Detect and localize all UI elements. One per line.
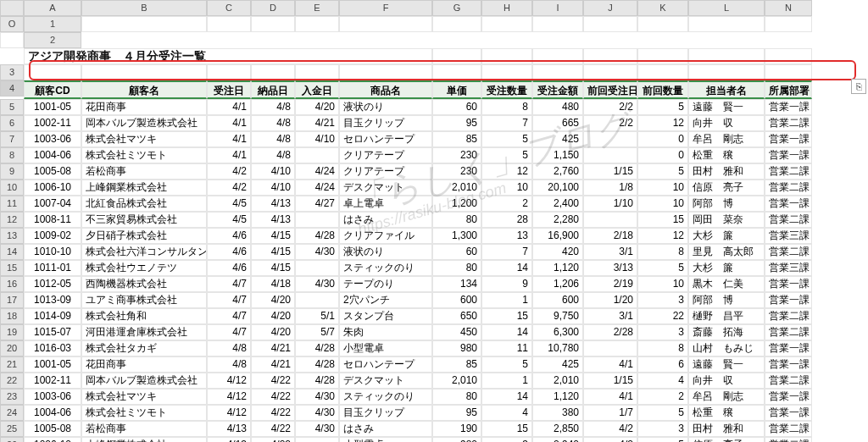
cell[interactable]: 80 — [432, 260, 481, 276]
cell[interactable]: はさみ — [339, 421, 432, 437]
cell[interactable]: 230 — [432, 163, 481, 180]
col-header[interactable]: I — [532, 0, 583, 16]
cell[interactable]: 4 — [637, 373, 688, 389]
cell[interactable]: 5 — [637, 437, 688, 442]
cell[interactable]: 60 — [432, 244, 481, 260]
cell[interactable]: 1,150 — [532, 147, 583, 163]
cell[interactable]: 4/13 — [207, 437, 251, 442]
cell[interactable]: 4/8 — [251, 99, 295, 115]
row-header[interactable]: 19 — [0, 324, 24, 340]
cell[interactable] — [688, 48, 765, 64]
cell[interactable]: 営業二課 — [765, 115, 812, 131]
cell[interactable]: 3 — [637, 292, 688, 308]
cell[interactable] — [583, 64, 637, 80]
cell[interactable]: 4/20 — [251, 308, 295, 324]
row-header[interactable]: 26 — [0, 437, 24, 442]
cell[interactable]: 3 — [637, 324, 688, 340]
cell[interactable]: 液状のり — [339, 244, 432, 260]
cell[interactable] — [207, 16, 251, 32]
cell[interactable]: 4/2 — [583, 421, 637, 437]
cell[interactable] — [295, 16, 339, 32]
cell[interactable]: 15 — [481, 308, 532, 324]
cell[interactable]: 3 — [637, 421, 688, 437]
cell[interactable]: 3/13 — [583, 260, 637, 276]
cell[interactable]: 営業一課 — [765, 147, 812, 163]
cell[interactable] — [251, 64, 295, 80]
cell[interactable]: 小型電卓 — [339, 437, 432, 442]
cell[interactable]: 4/8 — [251, 115, 295, 131]
cell[interactable]: 田村 雅和 — [688, 163, 765, 180]
cell[interactable]: 4/1 — [583, 389, 637, 405]
cell[interactable]: セロハンテープ — [339, 131, 432, 147]
cell[interactable]: 9 — [481, 276, 532, 292]
cell[interactable]: 1,300 — [432, 228, 481, 244]
cell[interactable]: 上峰鋼業株式会社 — [81, 180, 207, 196]
row-header[interactable]: 4 — [0, 80, 24, 97]
cell[interactable] — [207, 64, 251, 80]
cell[interactable]: 田村 雅和 — [688, 421, 765, 437]
cell[interactable]: 花田商事 — [81, 356, 207, 373]
cell[interactable] — [765, 64, 812, 80]
cell[interactable] — [432, 64, 481, 80]
row-header[interactable]: 21 — [0, 356, 24, 373]
cell[interactable]: 4/7 — [207, 308, 251, 324]
row-header[interactable]: 7 — [0, 131, 24, 147]
cell[interactable]: 若松商事 — [81, 421, 207, 437]
cell[interactable]: 1002-11 — [24, 115, 81, 131]
cell[interactable]: 4/30 — [295, 276, 339, 292]
cell[interactable]: 営業一課 — [765, 131, 812, 147]
cell[interactable]: 2,010 — [532, 373, 583, 389]
cell[interactable]: 425 — [532, 131, 583, 147]
cell[interactable] — [637, 48, 688, 64]
cell[interactable]: 8 — [637, 340, 688, 356]
cell[interactable]: 9,750 — [532, 308, 583, 324]
cell[interactable]: 西陶機器株式会社 — [81, 276, 207, 292]
cell[interactable]: 株式会社マツキ — [81, 389, 207, 405]
cell[interactable]: 2 — [481, 196, 532, 212]
cell[interactable]: スタンプ台 — [339, 308, 432, 324]
cell[interactable]: 4/6 — [207, 260, 251, 276]
cell[interactable]: 230 — [432, 147, 481, 163]
cell[interactable]: デスクマット — [339, 373, 432, 389]
cell[interactable]: 14 — [481, 324, 532, 340]
row-header[interactable]: 5 — [0, 99, 24, 115]
row-header[interactable]: 14 — [0, 244, 24, 260]
cell[interactable]: 4/30 — [295, 244, 339, 260]
cell[interactable]: 4/28 — [295, 228, 339, 244]
table-header[interactable]: 所属部署 — [765, 80, 812, 99]
table-header[interactable]: 受注日 — [207, 80, 251, 99]
cell[interactable]: 980 — [432, 340, 481, 356]
cell[interactable]: 岡田 菜奈 — [688, 212, 765, 228]
cell[interactable]: 4/28 — [295, 356, 339, 373]
cell[interactable]: 13 — [481, 228, 532, 244]
cell[interactable]: 1004-06 — [24, 147, 81, 163]
cell[interactable]: 1,120 — [532, 260, 583, 276]
cell[interactable]: 85 — [432, 131, 481, 147]
cell[interactable] — [532, 64, 583, 80]
cell[interactable]: 4/5 — [207, 196, 251, 212]
cell[interactable]: 遠藤 賢一 — [688, 356, 765, 373]
cell[interactable]: 5 — [637, 163, 688, 180]
cell[interactable] — [339, 64, 432, 80]
cell[interactable]: 北紅食品株式会社 — [81, 196, 207, 212]
cell[interactable]: 2,400 — [532, 196, 583, 212]
cell[interactable]: 牟呂 剛志 — [688, 389, 765, 405]
cell[interactable] — [432, 16, 481, 32]
cell[interactable]: 7 — [481, 115, 532, 131]
table-header[interactable]: 入金日 — [295, 80, 339, 99]
cell[interactable] — [339, 16, 432, 32]
cell[interactable]: 小型電卓 — [339, 340, 432, 356]
cell[interactable]: 目玉クリップ — [339, 115, 432, 131]
cell[interactable] — [295, 292, 339, 308]
cell[interactable] — [532, 48, 583, 64]
cell[interactable]: 営業一課 — [765, 340, 812, 356]
cell[interactable] — [432, 48, 481, 64]
cell[interactable]: 営業二課 — [765, 324, 812, 340]
cell[interactable]: 朱肉 — [339, 324, 432, 340]
cell[interactable]: 営業二課 — [765, 373, 812, 389]
row-header[interactable]: 18 — [0, 308, 24, 324]
cell[interactable]: 夕日硝子株式会社 — [81, 228, 207, 244]
cell[interactable]: 4/18 — [251, 276, 295, 292]
cell[interactable]: 不三家貿易株式会社 — [81, 212, 207, 228]
cell[interactable]: 4/1 — [583, 356, 637, 373]
